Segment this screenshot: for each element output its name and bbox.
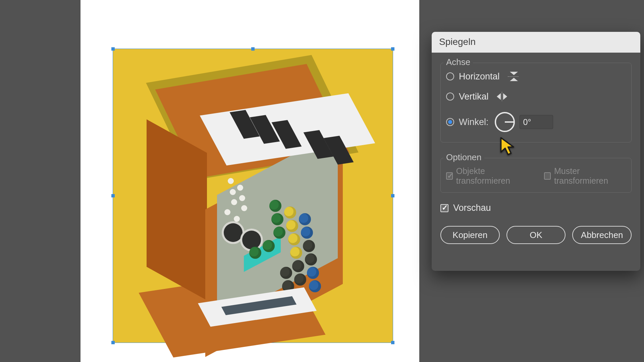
- selection-handle[interactable]: [111, 47, 115, 51]
- axis-group: Achse Horizontal Vertikal Winkel:: [440, 63, 632, 142]
- transform-objects-option: Objekte transformieren: [446, 166, 531, 186]
- options-group: Optionen Objekte transformieren Muster t…: [440, 158, 632, 193]
- angle-dial[interactable]: [495, 112, 515, 132]
- selection-handle[interactable]: [251, 47, 255, 51]
- transform-patterns-checkbox: [544, 172, 551, 180]
- axis-heading: Achse: [443, 57, 473, 67]
- transform-objects-checkbox: [446, 172, 453, 180]
- options-heading: Optionen: [443, 152, 484, 163]
- preview-checkbox[interactable]: [440, 204, 448, 212]
- axis-horizontal-row[interactable]: Horizontal: [446, 66, 626, 86]
- artwork-illustration: [113, 49, 393, 343]
- cancel-button[interactable]: Abbrechen: [572, 226, 632, 244]
- axis-vertical-row[interactable]: Vertikal: [446, 86, 626, 107]
- axis-horizontal-radio[interactable]: [446, 72, 454, 80]
- axis-vertical-label: Vertikal: [459, 92, 489, 102]
- selection-handle[interactable]: [111, 194, 115, 197]
- selected-artwork[interactable]: [113, 49, 393, 343]
- preview-label: Vorschau: [453, 203, 491, 213]
- preview-row[interactable]: Vorschau: [440, 203, 632, 213]
- dialog-buttons: Kopieren OK Abbrechen: [440, 226, 632, 244]
- copy-button[interactable]: Kopieren: [440, 226, 500, 244]
- dialog-title[interactable]: Spiegeln: [432, 32, 640, 53]
- selection-handle[interactable]: [391, 194, 394, 197]
- transform-patterns-option: Muster transformieren: [544, 166, 626, 186]
- angle-input[interactable]: [520, 115, 553, 129]
- transform-patterns-label: Muster transformieren: [554, 166, 626, 186]
- selection-handle[interactable]: [251, 341, 255, 344]
- selection-handle[interactable]: [111, 341, 115, 344]
- ok-button[interactable]: OK: [506, 226, 566, 244]
- axis-vertical-radio[interactable]: [446, 93, 454, 101]
- axis-angle-row[interactable]: Winkel:: [446, 107, 626, 132]
- transform-objects-label: Objekte transformieren: [456, 166, 531, 186]
- selection-handle[interactable]: [391, 47, 394, 51]
- vertical-mirror-icon: [497, 91, 507, 102]
- axis-horizontal-label: Horizontal: [459, 71, 500, 82]
- horizontal-mirror-icon: [508, 71, 519, 82]
- selection-handle[interactable]: [391, 341, 394, 344]
- axis-angle-radio[interactable]: [446, 118, 454, 126]
- reflect-dialog: Spiegeln Achse Horizontal Vertikal Winke…: [432, 32, 640, 271]
- axis-angle-label: Winkel:: [459, 117, 489, 127]
